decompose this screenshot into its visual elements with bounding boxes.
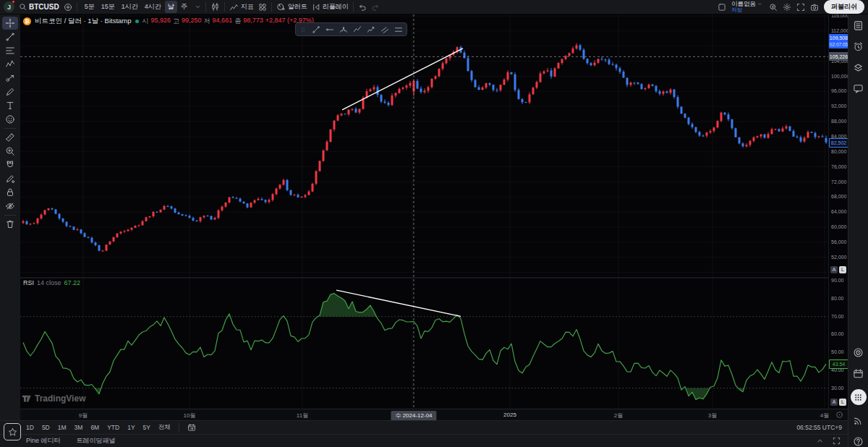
redo-button[interactable] xyxy=(371,3,380,12)
clock-timezone[interactable]: 06:52:55 UTC+9 xyxy=(796,424,848,431)
indicators-button[interactable]: 지표 xyxy=(229,2,254,12)
eye-slash-tool[interactable] xyxy=(2,200,18,213)
calendar-icon[interactable] xyxy=(853,368,864,379)
save-button[interactable]: 저장 xyxy=(731,7,762,13)
price-tick: 52,000 xyxy=(831,255,846,260)
price-label-countdown[interactable]: 109,50802:07:05 xyxy=(829,34,848,48)
time-tick: 3월 xyxy=(708,412,717,420)
notification-dot-icon xyxy=(12,0,15,4)
layout-name-block[interactable]: 이름없음 저장 xyxy=(731,1,762,13)
alert-clock-icon xyxy=(276,2,286,12)
range-button-5D[interactable]: 5D xyxy=(42,424,50,431)
separator xyxy=(271,2,272,12)
price-tick: 56,000 xyxy=(831,239,846,245)
target-icon[interactable] xyxy=(853,347,864,358)
alert-button[interactable]: 알러트 xyxy=(276,2,307,12)
rsi-current-label: 43.54 xyxy=(829,359,848,369)
range-button-5Y[interactable]: 5Y xyxy=(143,424,150,431)
zigzag-icon[interactable] xyxy=(353,25,362,34)
price-tick: 64,000 xyxy=(831,209,846,215)
range-button-전체[interactable]: 전체 xyxy=(158,423,171,432)
trendline-tool[interactable] xyxy=(2,30,18,43)
chevron-down-icon[interactable] xyxy=(195,4,201,10)
settings-button[interactable] xyxy=(783,3,791,12)
drag-handle-icon[interactable] xyxy=(299,26,307,33)
trash-tool[interactable] xyxy=(2,218,18,231)
price-axis[interactable]: 116,000112,000104,000100,00096,00092,000… xyxy=(828,14,848,409)
flat-lines-icon[interactable] xyxy=(394,25,403,34)
expand-panel-icon[interactable] xyxy=(816,437,824,445)
floating-drawing-toolbar[interactable] xyxy=(295,22,407,36)
time-axis[interactable]: 9월10월11월20252월3월4월수 2024-12-04 xyxy=(20,409,848,420)
interval-button-15분[interactable]: 15분 xyxy=(98,1,118,13)
apps-icon[interactable] xyxy=(851,389,867,405)
range-button-1D[interactable]: 1D xyxy=(26,424,34,431)
replay-label: 리플레이 xyxy=(323,2,349,12)
text-tool[interactable] xyxy=(2,99,18,112)
zoom-in-tool[interactable] xyxy=(2,145,18,158)
pencil-badge-tool[interactable] xyxy=(2,172,18,185)
symbol-description[interactable]: 비트코인 / 달러 · 1날 · Bitstamp xyxy=(35,17,132,26)
forecast-tool[interactable] xyxy=(2,72,18,85)
range-button-YTD[interactable]: YTD xyxy=(107,424,119,431)
interval-button-주[interactable]: 주 xyxy=(178,1,190,13)
polyline-icon[interactable] xyxy=(367,25,375,34)
fullscreen-button[interactable] xyxy=(796,3,805,12)
snapshot-button[interactable] xyxy=(810,3,819,12)
auto-scale-button-main[interactable]: A xyxy=(830,266,838,273)
horizontal-ray-icon[interactable] xyxy=(326,25,334,34)
bitcoin-icon: ₿ xyxy=(23,17,31,25)
fib-tool[interactable] xyxy=(2,44,18,57)
compare-add-icon[interactable] xyxy=(64,3,72,12)
crosshair-tool[interactable] xyxy=(2,17,18,30)
trading-panel-button[interactable]: 트레이딩패널 xyxy=(77,436,116,446)
emoji-tool[interactable] xyxy=(2,113,18,126)
publish-button[interactable]: 퍼블리쉬 xyxy=(824,0,864,14)
chart-style-button[interactable] xyxy=(210,2,220,12)
log-scale-button-rsi[interactable]: L xyxy=(839,399,846,406)
auto-scale-button-rsi[interactable]: A xyxy=(830,399,838,406)
range-button-6M[interactable]: 6M xyxy=(90,424,99,431)
brush-tool[interactable] xyxy=(2,85,18,98)
layers-icon[interactable] xyxy=(853,62,864,73)
timezone-settings-icon[interactable] xyxy=(835,411,843,419)
trendline-icon[interactable] xyxy=(312,25,320,34)
log-scale-button-main[interactable]: L xyxy=(839,266,846,273)
interval-button-5분[interactable]: 5분 xyxy=(82,1,98,13)
indicator-templates-button[interactable] xyxy=(258,3,267,12)
chart-area[interactable]: ₿ 비트코인 / 달러 · 1날 · Bitstamp 시95,926 고99,… xyxy=(20,14,828,409)
watchlist-icon[interactable] xyxy=(853,20,864,31)
tradingview-watermark: TradingView xyxy=(22,393,85,404)
undo-button[interactable] xyxy=(358,3,367,12)
last-price-label[interactable]: 82,502 xyxy=(829,138,848,148)
magnet-tool[interactable] xyxy=(2,158,18,171)
symbol-search-button[interactable]: BTCUSD xyxy=(19,3,59,11)
lock-tool[interactable] xyxy=(2,186,18,199)
ruler-tool[interactable] xyxy=(2,131,18,144)
replay-button[interactable]: 리플레이 xyxy=(312,2,349,12)
favorites-star-button[interactable] xyxy=(4,423,21,440)
range-button-1Y[interactable]: 1Y xyxy=(127,424,135,431)
layout-select-button[interactable] xyxy=(718,3,726,12)
signal-icon[interactable] xyxy=(853,415,864,426)
pine-editor-button[interactable]: Pine 에디터 xyxy=(26,436,61,446)
ohlc-values: 시95,926 고99,250 저94,661 종98,773 +2,847 (… xyxy=(142,17,314,26)
maximize-panel-icon[interactable] xyxy=(833,437,841,445)
channel-icon[interactable] xyxy=(380,25,389,34)
range-button-3M[interactable]: 3M xyxy=(75,424,83,431)
pattern-tool[interactable] xyxy=(2,58,18,71)
goto-date-button[interactable] xyxy=(187,423,196,432)
chart-canvas[interactable] xyxy=(20,14,828,409)
alarm-icon[interactable] xyxy=(853,41,864,52)
crosshair-price-label[interactable]: 105,226 xyxy=(829,52,848,61)
interval-button-1시간[interactable]: 1시간 xyxy=(119,1,141,13)
quick-search-button[interactable] xyxy=(769,3,778,12)
range-button-1M[interactable]: 1M xyxy=(58,424,67,431)
interval-button-날[interactable]: 날 xyxy=(165,1,177,13)
chat-icon[interactable] xyxy=(853,83,864,94)
rsi-legend[interactable]: RSI 14 close 67.22 xyxy=(23,279,80,286)
head-shoulders-icon[interactable] xyxy=(339,25,348,34)
user-avatar[interactable]: J xyxy=(4,1,14,12)
interval-button-4시간[interactable]: 4시간 xyxy=(142,1,164,13)
help-icon[interactable] xyxy=(853,436,864,447)
